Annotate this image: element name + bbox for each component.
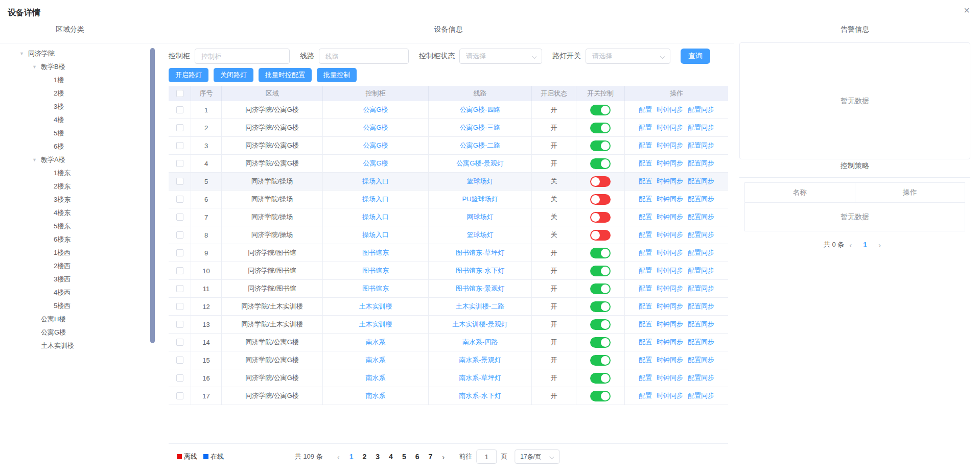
row-checkbox[interactable] xyxy=(176,142,183,149)
tree-item[interactable]: 1楼东 xyxy=(0,167,148,180)
line-link[interactable]: 南水系-水下灯 xyxy=(459,391,501,400)
config-link[interactable]: 配置 xyxy=(639,123,652,132)
config-link[interactable]: 配置 xyxy=(639,302,652,311)
line-link[interactable]: 南水系-四路 xyxy=(462,338,498,347)
switch-toggle[interactable] xyxy=(590,158,611,169)
config-link[interactable]: 配置 xyxy=(639,212,652,222)
config-sync-link[interactable]: 配置同步 xyxy=(688,159,714,168)
row-checkbox[interactable] xyxy=(176,267,183,274)
row-checkbox[interactable] xyxy=(176,231,183,239)
clock-sync-link[interactable]: 时钟同步 xyxy=(657,356,683,365)
config-sync-link[interactable]: 配置同步 xyxy=(688,338,714,347)
tree-item[interactable]: 3楼西 xyxy=(0,273,148,286)
tree-item[interactable]: ▼同济学院 xyxy=(0,47,148,60)
config-link[interactable]: 配置 xyxy=(639,195,652,204)
config-sync-link[interactable]: 配置同步 xyxy=(688,123,714,132)
page-number[interactable]: 7 xyxy=(428,453,432,461)
config-link[interactable]: 配置 xyxy=(639,373,652,383)
row-checkbox[interactable] xyxy=(176,303,183,310)
line-link[interactable]: 图书馆东-水下灯 xyxy=(456,266,504,275)
cabinet-link[interactable]: 南水系 xyxy=(366,391,386,400)
clock-sync-link[interactable]: 时钟同步 xyxy=(657,212,683,222)
line-link[interactable]: 土木实训楼-景观灯 xyxy=(452,320,507,329)
cabinet-link[interactable]: 公寓G楼 xyxy=(363,159,388,168)
cabinet-link[interactable]: 公寓G楼 xyxy=(363,141,388,150)
config-sync-link[interactable]: 配置同步 xyxy=(688,302,714,311)
strategy-prev-page-icon[interactable]: ‹ xyxy=(849,241,852,249)
page-number[interactable]: 1 xyxy=(349,453,354,461)
line-link[interactable]: 图书馆东-景观灯 xyxy=(456,284,504,293)
goto-page-input[interactable] xyxy=(476,449,497,464)
clock-sync-link[interactable]: 时钟同步 xyxy=(657,302,683,311)
switch-toggle[interactable] xyxy=(590,337,611,348)
clock-sync-link[interactable]: 时钟同步 xyxy=(657,266,683,275)
row-checkbox[interactable] xyxy=(176,214,183,221)
select-all-checkbox[interactable] xyxy=(176,90,183,97)
tree-item[interactable]: 土木实训楼 xyxy=(0,339,148,352)
config-sync-link[interactable]: 配置同步 xyxy=(688,266,714,275)
clock-sync-link[interactable]: 时钟同步 xyxy=(657,177,683,186)
switch-toggle[interactable] xyxy=(590,373,611,384)
clock-sync-link[interactable]: 时钟同步 xyxy=(657,284,683,293)
page-number[interactable]: 6 xyxy=(415,453,419,461)
config-link[interactable]: 配置 xyxy=(639,230,652,240)
cabinet-link[interactable]: 操场入口 xyxy=(362,177,389,186)
line-link[interactable]: 土木实训楼-二路 xyxy=(456,302,504,311)
tree-item[interactable]: 1楼 xyxy=(0,74,148,87)
tree-item[interactable]: 3楼 xyxy=(0,100,148,113)
clock-sync-link[interactable]: 时钟同步 xyxy=(657,195,683,204)
clock-sync-link[interactable]: 时钟同步 xyxy=(657,159,683,168)
cabinet-filter-input[interactable] xyxy=(195,49,290,64)
tree-item[interactable]: 2楼西 xyxy=(0,259,148,273)
line-link[interactable]: 篮球场灯 xyxy=(467,177,494,186)
cabinet-link[interactable]: 操场入口 xyxy=(362,195,389,204)
row-checkbox[interactable] xyxy=(176,339,183,346)
switch-toggle[interactable] xyxy=(590,319,611,330)
config-link[interactable]: 配置 xyxy=(639,284,652,293)
tree-item[interactable]: ▼教学B楼 xyxy=(0,60,148,74)
cabinet-status-select[interactable]: 请选择 xyxy=(459,49,542,64)
clock-sync-link[interactable]: 时钟同步 xyxy=(657,248,683,257)
tree-item[interactable]: 4楼西 xyxy=(0,286,148,299)
caret-down-icon[interactable]: ▼ xyxy=(32,64,41,69)
switch-toggle[interactable] xyxy=(590,391,611,401)
switch-toggle[interactable] xyxy=(590,123,611,133)
strategy-next-page-icon[interactable]: › xyxy=(878,241,881,249)
clock-sync-link[interactable]: 时钟同步 xyxy=(657,320,683,329)
config-link[interactable]: 配置 xyxy=(639,105,652,114)
line-link[interactable]: 南水系-草坪灯 xyxy=(459,373,501,383)
line-link[interactable]: 公寓G楼-景观灯 xyxy=(456,159,503,168)
tree-item[interactable]: 5楼 xyxy=(0,127,148,140)
switch-toggle[interactable] xyxy=(590,212,611,223)
search-button[interactable]: 查询 xyxy=(681,49,710,64)
tree-item[interactable]: 5楼西 xyxy=(0,299,148,313)
tree-item[interactable]: 2楼东 xyxy=(0,180,148,193)
config-sync-link[interactable]: 配置同步 xyxy=(688,105,714,114)
cabinet-link[interactable]: 南水系 xyxy=(366,373,386,383)
config-link[interactable]: 配置 xyxy=(639,391,652,400)
page-number[interactable]: 3 xyxy=(376,453,380,461)
next-page-icon[interactable]: › xyxy=(442,453,445,461)
line-filter-input[interactable] xyxy=(319,49,409,64)
prev-page-icon[interactable]: ‹ xyxy=(337,453,340,461)
line-link[interactable]: PU篮球场灯 xyxy=(462,195,498,204)
tree-item[interactable]: 6楼东 xyxy=(0,233,148,246)
row-checkbox[interactable] xyxy=(176,321,183,328)
cabinet-link[interactable]: 图书馆东 xyxy=(362,284,389,293)
row-checkbox[interactable] xyxy=(176,374,183,382)
line-link[interactable]: 篮球场灯 xyxy=(467,230,494,240)
switch-toggle[interactable] xyxy=(590,355,611,366)
bulk-action-button[interactable]: 开启路灯 xyxy=(169,68,208,82)
config-sync-link[interactable]: 配置同步 xyxy=(688,195,714,204)
line-link[interactable]: 公寓G楼-三路 xyxy=(460,123,500,132)
cabinet-link[interactable]: 南水系 xyxy=(366,338,386,347)
clock-sync-link[interactable]: 时钟同步 xyxy=(657,373,683,383)
tree-item[interactable]: 6楼 xyxy=(0,140,148,153)
row-checkbox[interactable] xyxy=(176,285,183,292)
line-link[interactable]: 南水系-景观灯 xyxy=(459,356,501,365)
row-checkbox[interactable] xyxy=(176,357,183,364)
switch-toggle[interactable] xyxy=(590,194,611,205)
switch-toggle[interactable] xyxy=(590,105,611,115)
cabinet-link[interactable]: 操场入口 xyxy=(362,230,389,240)
strategy-page-number[interactable]: 1 xyxy=(863,241,867,249)
